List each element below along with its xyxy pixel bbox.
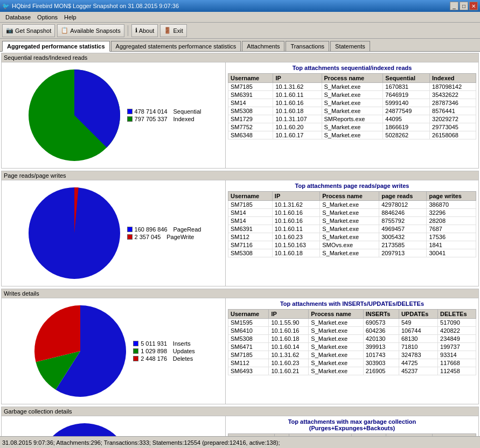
table-row: SM172910.1.31.107SMReports.exe4409532029… (228, 115, 476, 123)
table-cell-2-0-4: 549 (399, 319, 437, 327)
table-cell-1-1-3: 8846246 (379, 209, 427, 217)
legend-value-2-1: 1 029 898 (141, 348, 167, 354)
table-cell-2-0-2: S_Market.exe (309, 319, 363, 327)
table-header-row-1: UsernameIPProcess namepage readspage wri… (228, 192, 476, 201)
table-row: SM1410.1.60.16S_Market.exe884624632296 (228, 209, 476, 217)
info-icon: ℹ (135, 27, 137, 34)
col-header-2-5: DELETEs (438, 310, 476, 319)
table-cell-2-1-2: S_Market.exe (309, 327, 363, 335)
tab-aggregated-perf[interactable]: Aggregated performance statistics (2, 41, 110, 52)
minimize-button[interactable]: _ (450, 2, 458, 10)
table-cell-2-6-1: 10.1.60.21 (269, 367, 309, 375)
chart-area-3: 181 705 Purges (2, 416, 225, 436)
col-header-0-2: Process name (322, 74, 383, 83)
table-cell-2-3-2: S_Market.exe (309, 343, 363, 351)
legend-item-1-1: 2 357 045 PageWrite (127, 234, 201, 240)
section-body-2: 5 011 931 Inserts1 029 898 Updates2 448 … (2, 298, 478, 404)
col-header-0-0: Username (228, 74, 273, 83)
table-cell-1-2-2: S_Market.exe (320, 217, 379, 225)
table-area-3: Top attachments with max garbage collect… (225, 416, 478, 436)
table-cell-0-3-1: 10.1.60.18 (273, 107, 322, 115)
status-text: 31.08.2015 9:07:36; Attachments:296; Tra… (2, 439, 280, 446)
legend-1: 160 896 846 PageRead2 357 045 PageWrite (127, 226, 201, 240)
chart-area-2: 5 011 931 Inserts1 029 898 Updates2 448 … (2, 298, 225, 404)
tab-attachments[interactable]: Attachments (242, 41, 284, 51)
table-cell-2-4-2: S_Market.exe (309, 351, 363, 359)
table-cell-0-3-3: 24877549 (383, 107, 430, 115)
section-body-0: 478 714 014 Sequential797 705 337 Indexe… (2, 62, 478, 168)
table-cell-2-5-2: S_Market.exe (309, 359, 363, 367)
table-area-1: Top attachments page reads/page writesUs… (225, 180, 478, 286)
table-cell-1-3-4: 7687 (427, 225, 476, 233)
data-table-1: UsernameIPProcess namepage readspage wri… (228, 191, 476, 257)
table-row: SM159510.1.55.90S_Market.exe690573549517… (228, 319, 476, 327)
table-row: SM530810.1.60.18S_Market.exe248775498576… (228, 107, 476, 115)
legend-label-2-1: Updates (173, 348, 195, 354)
legend-item-0-0: 478 714 014 Sequential (127, 108, 201, 115)
menu-database[interactable]: Database (2, 13, 34, 22)
table-cell-0-6-1: 10.1.60.17 (273, 131, 322, 139)
legend-value-2-0: 5 011 931 (141, 340, 167, 347)
menu-options[interactable]: Options (34, 13, 61, 22)
table-cell-0-6-3: 5028262 (383, 131, 430, 139)
available-snapsots-button[interactable]: 📋 Available Snapsots (57, 24, 124, 37)
col-header-1-2: Process name (320, 192, 379, 201)
table-row: SM647110.1.60.14S_Market.exe399913718101… (228, 343, 476, 351)
legend-value-1-0: 160 896 846 (135, 226, 168, 233)
table-cell-2-1-3: 604236 (363, 327, 399, 335)
table-cell-1-5-3: 2173585 (379, 241, 427, 249)
table-cell-2-0-5: 517090 (438, 319, 476, 327)
table-cell-1-0-0: SM7185 (228, 201, 273, 209)
table-cell-1-5-1: 10.1.50.163 (272, 241, 319, 249)
table-row: SM1410.1.60.16S_Market.exe875579228208 (228, 217, 476, 225)
pie-container-1: 160 896 846 PageRead2 357 045 PageWrite (26, 185, 201, 282)
legend-label-0-1: Indexed (173, 116, 194, 122)
table-cell-2-6-5: 112458 (438, 367, 476, 375)
table-row: SM641010.1.60.16S_Market.exe604236106744… (228, 327, 476, 335)
table-cell-2-3-1: 10.1.60.14 (269, 343, 309, 351)
table-cell-1-2-4: 28208 (427, 217, 476, 225)
table-row: SM1410.1.60.16S_Market.exe59991402878734… (228, 99, 476, 107)
table-cell-1-2-3: 8755792 (379, 217, 427, 225)
menu-help[interactable]: Help (61, 13, 80, 22)
table-cell-2-5-0: SM112 (228, 359, 269, 367)
table-cell-2-2-2: S_Market.exe (309, 335, 363, 343)
table-area-0: Top attachments sequential/indexed reads… (225, 62, 478, 168)
tab-statements[interactable]: Statements (330, 41, 370, 51)
legend-value-0-1: 797 705 337 (135, 116, 168, 122)
tab-aggregated-stmt[interactable]: Aggregated statements performance statis… (111, 41, 241, 51)
table-cell-0-0-0: SM7185 (228, 83, 273, 91)
col-header-1-1: IP (272, 192, 319, 201)
table-row: SM530810.1.60.18S_Market.exe209791330041 (228, 249, 476, 257)
exit-button[interactable]: 🚪 Exit (160, 24, 186, 37)
col-header-2-0: Username (228, 310, 269, 319)
legend-item-2-2: 2 448 176 Deletes (133, 355, 195, 362)
table-cell-2-2-1: 10.1.60.18 (269, 335, 309, 343)
table-cell-1-1-2: S_Market.exe (320, 209, 379, 217)
table-cell-0-0-2: S_Market.exe (322, 83, 383, 91)
get-snapshot-button[interactable]: 📷 Get Snapshot (2, 24, 55, 37)
tab-transactions[interactable]: Transactions (286, 41, 329, 51)
table-row: SM711610.1.50.163SMOvs.exe21735851841 (228, 241, 476, 249)
table-cell-2-4-1: 10.1.31.62 (269, 351, 309, 359)
table-cell-1-4-4: 17536 (427, 233, 476, 241)
window-title: HQbird Firebird MON$ Logger Snapshot on … (12, 3, 179, 9)
close-button[interactable]: ✕ (469, 2, 478, 10)
table-cell-2-4-4: 324783 (399, 351, 437, 359)
table-cell-0-0-3: 1670831 (383, 83, 430, 91)
table-cell-2-3-0: SM6471 (228, 343, 269, 351)
table-cell-1-2-1: 10.1.60.16 (272, 217, 319, 225)
table-cell-1-5-2: SMOvs.exe (320, 241, 379, 249)
col-header-0-4: Indexed (430, 74, 476, 83)
data-table-2: UsernameIPProcess nameINSERTsUPDATEsDELE… (228, 309, 476, 375)
table-header-row-2: UsernameIPProcess nameINSERTsUPDATEsDELE… (228, 310, 476, 319)
table-cell-0-2-1: 10.1.60.16 (273, 99, 322, 107)
table-cell-2-6-4: 45237 (399, 367, 437, 375)
about-button[interactable]: ℹ About (131, 24, 158, 37)
table-cell-0-4-2: SMReports.exe (322, 115, 383, 123)
table-cell-1-4-0: SM112 (228, 233, 273, 241)
table-cell-1-5-0: SM7116 (228, 241, 273, 249)
table-cell-1-3-1: 10.1.60.11 (272, 225, 319, 233)
maximize-button[interactable]: □ (460, 2, 468, 10)
table-cell-1-6-3: 2097913 (379, 249, 427, 257)
